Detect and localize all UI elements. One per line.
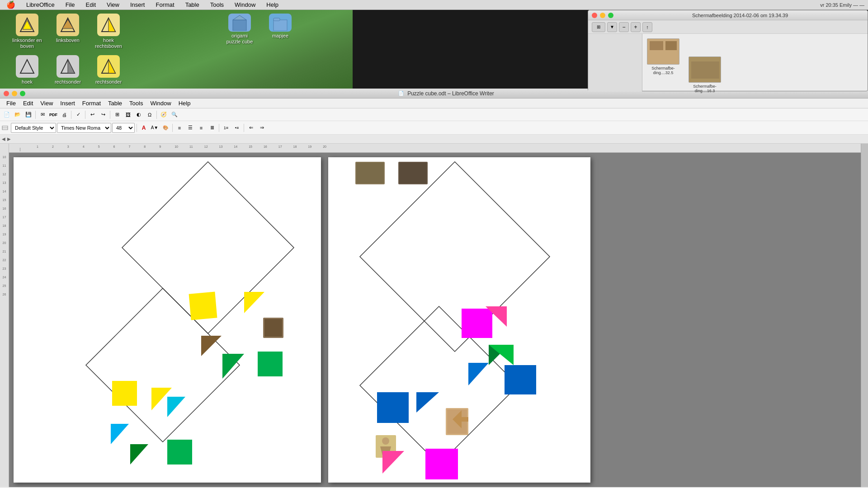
navigator-button[interactable]: 🧭 [159, 110, 169, 120]
writer-menu-format[interactable]: Format [80, 99, 104, 108]
apple-menu[interactable]: 🍎 [4, 0, 18, 10]
menu-window[interactable]: Window [232, 0, 258, 9]
ruler-num-20: 20 [1, 239, 8, 247]
writer-menu-window[interactable]: Window [147, 99, 174, 108]
screenshot-thumb-1[interactable]: Schermafbe-ding....32.5 [647, 38, 679, 75]
ruler-num-11: 11 [1, 161, 8, 170]
view-icons-button[interactable]: ⊞ [592, 22, 605, 32]
shapes-button[interactable]: ◐ [134, 110, 144, 120]
desktop-icon-linksboven[interactable]: linksboven [50, 14, 86, 43]
menu-insert[interactable]: Insert [127, 0, 148, 9]
ruler-label-15: 15 [249, 145, 252, 151]
writer-menu-view[interactable]: View [38, 99, 56, 108]
view-list-button[interactable]: ▼ [607, 22, 617, 32]
writer-menu-tools[interactable]: Tools [127, 99, 146, 108]
writer-menu-file[interactable]: File [4, 99, 19, 108]
ruler-num-24: 24 [1, 273, 8, 282]
writer-menu-help[interactable]: Help [176, 99, 193, 108]
redo-button[interactable]: ↪ [98, 110, 108, 120]
toolbar-separator-5 [156, 111, 157, 119]
background-color-button[interactable]: 🎨 [160, 123, 170, 133]
align-center-button[interactable]: ☰ [185, 123, 195, 133]
insert-image-button[interactable]: 🖼 [123, 110, 133, 120]
writer-close-button[interactable] [4, 91, 9, 96]
svg-rect-30 [258, 352, 283, 376]
new-document-button[interactable]: 📄 [2, 110, 12, 120]
font-size-select[interactable]: 48 [112, 123, 135, 133]
toolbar-separator-3 [85, 111, 85, 119]
svg-rect-40 [399, 163, 427, 183]
font-select[interactable]: Times New Roma [57, 123, 111, 133]
desktop-icon-hoek-rechtsboven[interactable]: hoekrechtsboven [90, 14, 127, 49]
menu-edit[interactable]: Edit [83, 0, 99, 9]
menu-libreoffice[interactable]: LibreOffice [24, 0, 57, 9]
ruler-num-22: 22 [1, 256, 8, 264]
desktop-icon-linksonder[interactable]: linksonder enboven [9, 14, 45, 49]
desktop-icon-hoek[interactable]: hoek [9, 55, 45, 85]
indent-decrease-button[interactable]: ⇐ [246, 123, 256, 133]
screenshot-thumb-2[interactable]: Schermafbe-ding....16.3 [689, 56, 721, 93]
insert-table-button[interactable]: ⊞ [112, 110, 122, 120]
writer-menu-table[interactable]: Table [105, 99, 125, 108]
formatting-separator [137, 124, 137, 132]
zoom-in-button[interactable]: + [631, 22, 641, 32]
desktop-icon-rechtsonder1[interactable]: rechtsonder [50, 55, 86, 85]
menu-help[interactable]: Help [264, 0, 281, 9]
highlight-button[interactable]: A▼ [150, 123, 160, 133]
font-color-button[interactable]: A [139, 123, 149, 133]
ruler-mark [20, 148, 21, 151]
styles-icon [2, 124, 9, 131]
spellcheck-button[interactable]: ✓ [73, 110, 83, 120]
indent-increase-button[interactable]: ⇒ [257, 123, 267, 133]
desktop-icon-origami[interactable]: origamipuzzle cube [222, 14, 258, 45]
menu-tools[interactable]: Tools [208, 0, 226, 9]
prev-page-button[interactable]: ◀ [2, 136, 5, 141]
paragraph-style-select[interactable]: Default Style [11, 123, 56, 133]
ruler-label-9: 9 [159, 145, 161, 151]
numbered-list-button[interactable]: 1≡ [221, 123, 231, 133]
close-button[interactable] [592, 13, 597, 18]
menu-table[interactable]: Table [183, 0, 202, 9]
svg-rect-17 [665, 41, 677, 50]
email-button[interactable]: ✉ [38, 110, 47, 120]
share-button[interactable]: ↑ [642, 22, 652, 32]
ruler-num-16: 16 [1, 204, 8, 213]
svg-marker-25 [244, 292, 264, 313]
open-button[interactable]: 📂 [13, 110, 23, 120]
ruler-num-25: 25 [1, 282, 8, 290]
toolbar-separator-2 [71, 111, 71, 119]
menu-format[interactable]: Format [153, 0, 177, 9]
maximize-button[interactable] [608, 13, 613, 18]
svg-marker-26 [201, 336, 222, 356]
writer-minimize-button[interactable] [12, 91, 17, 96]
undo-button[interactable]: ↩ [87, 110, 97, 120]
insert-special-button[interactable]: Ω [145, 110, 155, 120]
export-pdf-button[interactable]: PDF [48, 110, 58, 120]
align-right-button[interactable]: ≡ [196, 123, 206, 133]
writer-nav: ◀ ▶ [0, 135, 868, 144]
zoom-out-button[interactable]: − [619, 22, 629, 32]
writer-maximize-button[interactable] [20, 91, 25, 96]
writer-menu-edit[interactable]: Edit [20, 99, 36, 108]
writer-menu-insert[interactable]: Insert [57, 99, 78, 108]
svg-rect-9 [274, 18, 280, 21]
minimize-button[interactable] [600, 13, 605, 18]
ruler-num-21: 21 [1, 247, 8, 256]
menu-file[interactable]: File [63, 0, 78, 9]
justify-button[interactable]: ≣ [207, 123, 217, 133]
menu-view[interactable]: View [104, 0, 122, 9]
align-left-button[interactable]: ≡ [175, 123, 184, 133]
bullets-button[interactable]: •≡ [232, 123, 242, 133]
find-button[interactable]: 🔍 [170, 110, 179, 120]
desktop-icon-mapjee[interactable]: mapjee [262, 14, 298, 39]
desktop-icon-rechtsonder2[interactable]: rechtsonder [90, 55, 127, 85]
ruler-label-14: 14 [234, 145, 237, 151]
thumbnail-panel [861, 144, 868, 487]
save-button[interactable]: 💾 [24, 110, 33, 120]
svg-marker-7 [233, 15, 246, 20]
print-button[interactable]: 🖨 [59, 110, 69, 120]
next-page-button[interactable]: ▶ [7, 136, 11, 141]
writer-toolbar1: 📄 📂 💾 ✉ PDF 🖨 ✓ ↩ ↪ ⊞ 🖼 ◐ Ω 🧭 🔍 [0, 108, 868, 121]
ruler-num-18: 18 [1, 221, 8, 230]
page1-svg [14, 157, 321, 483]
